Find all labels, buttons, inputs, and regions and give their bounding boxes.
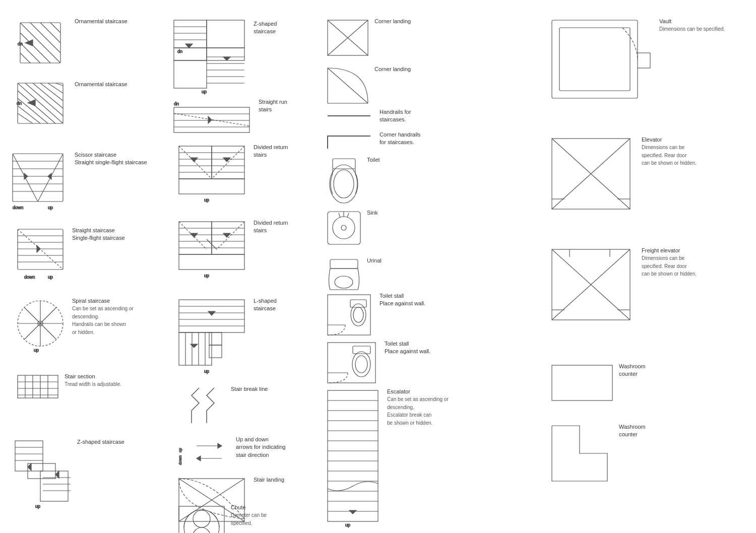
svg-marker-89 [185, 44, 193, 48]
stair-section-label: Stair section Tread width is adjustable. [65, 373, 121, 388]
corner-landing-2-symbol [325, 65, 370, 107]
svg-line-166 [328, 68, 368, 103]
scissor-staircase-symbol: down up [10, 151, 71, 213]
washroom-counter-1-symbol [549, 363, 615, 404]
spiral-staircase-label: Spiral staircase Can be set as ascending… [72, 297, 134, 336]
svg-rect-102 [179, 179, 244, 194]
svg-rect-133 [179, 300, 244, 332]
urinal-symbol [325, 257, 363, 296]
svg-text:up: up [48, 275, 53, 280]
ornamental-staircase-1-symbol: dn [15, 18, 71, 69]
toilet-stall-1-label: Toilet stall Place against wall. [380, 292, 425, 308]
svg-rect-23 [13, 154, 63, 202]
stair-break-line-label: Stair break line [231, 385, 268, 393]
freight-elevator-symbol [549, 247, 638, 326]
vault: Vault Dimensions can be specified. [549, 18, 725, 112]
svg-point-159 [193, 510, 210, 527]
svg-marker-130 [191, 233, 198, 237]
svg-point-175 [341, 225, 346, 230]
corner-landing-1: Corner landing [325, 18, 411, 59]
l-shaped-staircase-symbol: up [176, 297, 249, 376]
svg-rect-191 [328, 390, 378, 521]
washroom-counter-2-symbol [549, 423, 615, 485]
svg-marker-8 [25, 40, 33, 46]
divided-return-stairs-1-symbol: up [176, 144, 249, 218]
corner-landing-2: Corner landing [325, 65, 411, 107]
ornamental-staircase-1: dn Ornamental staircase [15, 18, 128, 69]
svg-line-50 [40, 323, 56, 340]
divided-return-stairs-1-label: Divided return stairs [254, 144, 288, 159]
z-shaped-staircase-top-label: Z-shaped staircase [254, 20, 277, 36]
svg-text:up: up [202, 89, 207, 94]
svg-text:down: down [24, 275, 35, 280]
up-down-arrows-label: Up and down arrows for indicating stair … [236, 436, 285, 459]
up-down-arrows: up down Up and down arrows for indicatin… [181, 436, 285, 475]
svg-line-16 [25, 83, 63, 116]
sink-label: Sink [367, 209, 377, 217]
toilet-stall-1: Toilet stall Place against wall. [325, 292, 425, 341]
svg-marker-98 [208, 116, 212, 123]
ornamental-staircase-2: dn Ornamental staircase [15, 81, 128, 132]
stair-section: Stair section Tread width is adjustable. [15, 373, 121, 402]
svg-line-12 [18, 91, 55, 123]
svg-text:up: up [204, 197, 209, 203]
chute-symbol [176, 504, 227, 533]
ornamental-staircase-2-label: Ornamental staircase [75, 81, 128, 88]
svg-line-111 [179, 146, 212, 179]
svg-marker-204 [349, 510, 356, 514]
svg-rect-144 [209, 345, 222, 358]
svg-rect-35 [18, 229, 63, 270]
svg-line-17 [33, 83, 63, 108]
elevator-symbol [549, 136, 638, 215]
elevator: Elevator Dimensions can be specified. Re… [549, 136, 697, 215]
svg-rect-179 [330, 259, 358, 269]
svg-line-178 [347, 213, 349, 218]
svg-rect-207 [559, 28, 630, 91]
chute: Chute Dameter can be specified. [176, 504, 267, 533]
svg-rect-188 [353, 346, 370, 354]
handrails: Handrails for staircases. [325, 108, 411, 124]
straight-staircase-symbol: down up [15, 227, 68, 283]
corner-handrails-symbol [325, 131, 375, 152]
svg-line-52 [24, 323, 40, 340]
stair-break-line: Stair break line [181, 385, 268, 432]
straight-run-stairs: dn Straight run stairs [171, 98, 287, 142]
svg-line-41 [18, 229, 63, 270]
divided-return-stairs-2-symbol: up [176, 219, 249, 293]
escalator-symbol: up [325, 388, 383, 530]
handrails-label: Handrails for staircases. [380, 108, 411, 124]
svg-line-3 [20, 43, 40, 63]
z-shaped-staircase-top-symbol: dn up [171, 18, 249, 97]
svg-rect-56 [18, 375, 58, 398]
corner-handrails: Corner handrails for staircases. [325, 131, 420, 152]
svg-line-20 [55, 83, 63, 86]
corner-landing-2-label: Corner landing [374, 65, 411, 73]
svg-text:up: up [34, 348, 39, 353]
svg-text:up: up [204, 369, 209, 374]
handrails-symbol [325, 108, 375, 124]
svg-text:dn: dn [18, 41, 23, 46]
straight-staircase-label: Straight staircase Single-flight stairca… [72, 227, 125, 242]
svg-text:dn: dn [174, 101, 179, 106]
svg-marker-146 [191, 344, 198, 348]
svg-rect-186 [328, 343, 375, 383]
svg-line-128 [217, 222, 244, 249]
stair-landing-label: Stair landing [254, 476, 284, 484]
svg-line-7 [50, 23, 60, 33]
svg-marker-113 [191, 158, 198, 162]
urinal: Urinal [325, 257, 382, 296]
washroom-counter-1: Washroom counter [549, 363, 646, 404]
svg-marker-74 [55, 471, 59, 478]
toilet-label: Toilet [367, 156, 380, 164]
divided-return-stairs-2-label: Divided return stairs [254, 219, 288, 235]
l-shaped-staircase: up L-shaped staircase [176, 297, 277, 376]
stair-section-symbol [15, 373, 60, 402]
divided-return-stairs-1: up Divided return stairs [176, 144, 288, 218]
divided-return-stairs-2: up Divided return stairs [176, 219, 288, 293]
escalator-label: Escalator Can be set as ascending or des… [387, 388, 449, 427]
svg-text:dn: dn [17, 101, 22, 106]
toilet: Toilet [325, 156, 380, 208]
svg-marker-151 [197, 456, 201, 461]
svg-rect-168 [333, 159, 355, 169]
svg-marker-73 [28, 463, 31, 471]
